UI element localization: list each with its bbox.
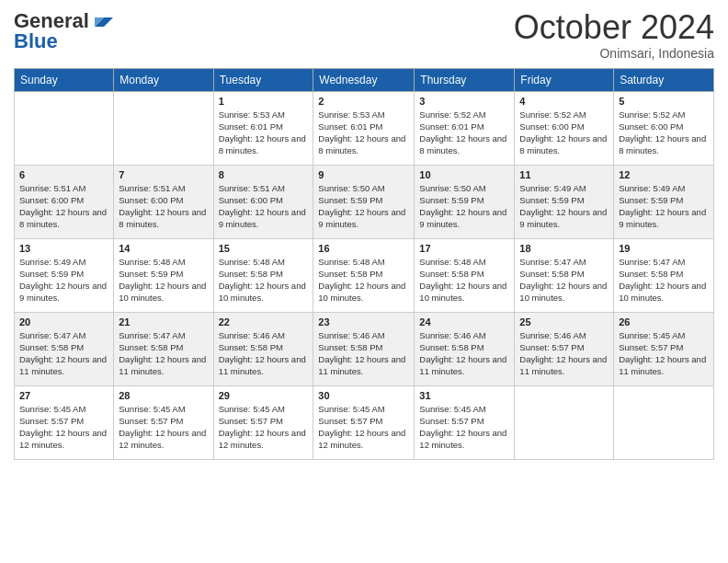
calendar-cell: 28Sunrise: 5:45 AMSunset: 5:57 PMDayligh… <box>114 385 213 459</box>
day-number: 23 <box>318 316 409 327</box>
day-number: 15 <box>219 243 309 254</box>
day-info: Sunrise: 5:48 AMSunset: 5:58 PMDaylight:… <box>419 256 509 304</box>
col-header-sunday: Sunday <box>15 68 114 91</box>
calendar-cell: 18Sunrise: 5:47 AMSunset: 5:58 PMDayligh… <box>515 238 614 312</box>
day-info: Sunrise: 5:49 AMSunset: 5:59 PMDaylight:… <box>519 182 609 231</box>
day-number: 27 <box>19 390 108 401</box>
day-info: Sunrise: 5:46 AMSunset: 5:57 PMDaylight:… <box>519 329 609 378</box>
day-number: 5 <box>619 96 709 107</box>
day-number: 26 <box>619 316 709 327</box>
day-info: Sunrise: 5:48 AMSunset: 5:58 PMDaylight:… <box>219 256 309 304</box>
day-info: Sunrise: 5:50 AMSunset: 5:59 PMDaylight:… <box>419 182 509 231</box>
calendar-cell: 30Sunrise: 5:45 AMSunset: 5:57 PMDayligh… <box>313 385 415 459</box>
logo: General Blue <box>14 9 113 53</box>
calendar-week-2: 6Sunrise: 5:51 AMSunset: 6:00 PMDaylight… <box>15 165 714 238</box>
calendar-cell <box>114 91 213 165</box>
day-info: Sunrise: 5:45 AMSunset: 5:57 PMDaylight:… <box>19 403 108 452</box>
day-info: Sunrise: 5:51 AMSunset: 6:00 PMDaylight:… <box>219 182 309 231</box>
calendar-cell: 19Sunrise: 5:47 AMSunset: 5:58 PMDayligh… <box>614 238 714 312</box>
calendar-cell: 31Sunrise: 5:45 AMSunset: 5:57 PMDayligh… <box>415 385 515 459</box>
calendar-table: SundayMondayTuesdayWednesdayThursdayFrid… <box>14 68 714 460</box>
day-number: 25 <box>519 316 609 327</box>
calendar-cell: 26Sunrise: 5:45 AMSunset: 5:57 PMDayligh… <box>614 312 714 385</box>
col-header-wednesday: Wednesday <box>313 68 415 91</box>
calendar-week-5: 27Sunrise: 5:45 AMSunset: 5:57 PMDayligh… <box>15 385 714 459</box>
day-info: Sunrise: 5:53 AMSunset: 6:01 PMDaylight:… <box>219 109 309 157</box>
day-number: 30 <box>318 390 409 401</box>
day-info: Sunrise: 5:45 AMSunset: 5:57 PMDaylight:… <box>619 329 709 378</box>
calendar-cell: 21Sunrise: 5:47 AMSunset: 5:58 PMDayligh… <box>114 312 213 385</box>
day-number: 18 <box>519 243 609 254</box>
day-info: Sunrise: 5:46 AMSunset: 5:58 PMDaylight:… <box>419 329 509 378</box>
day-number: 20 <box>19 316 108 327</box>
day-number: 12 <box>619 169 709 180</box>
month-title: October 2024 <box>514 9 714 46</box>
day-info: Sunrise: 5:49 AMSunset: 5:59 PMDaylight:… <box>619 182 709 231</box>
calendar-cell: 22Sunrise: 5:46 AMSunset: 5:58 PMDayligh… <box>213 312 313 385</box>
header: General Blue October 2024 Onimsari, Indo… <box>14 9 714 61</box>
title-block: October 2024 Onimsari, Indonesia <box>514 9 714 61</box>
day-info: Sunrise: 5:45 AMSunset: 5:57 PMDaylight:… <box>119 403 208 452</box>
logo-icon <box>91 10 113 32</box>
day-number: 24 <box>419 316 509 327</box>
day-number: 8 <box>219 169 309 180</box>
day-number: 17 <box>419 243 509 254</box>
day-number: 14 <box>119 243 208 254</box>
day-number: 19 <box>619 243 709 254</box>
calendar-week-1: 1Sunrise: 5:53 AMSunset: 6:01 PMDaylight… <box>15 91 714 165</box>
day-number: 29 <box>219 390 309 401</box>
calendar-cell: 25Sunrise: 5:46 AMSunset: 5:57 PMDayligh… <box>515 312 614 385</box>
logo-blue-text: Blue <box>14 29 58 53</box>
day-number: 4 <box>519 96 609 107</box>
calendar-cell: 17Sunrise: 5:48 AMSunset: 5:58 PMDayligh… <box>415 238 515 312</box>
day-info: Sunrise: 5:51 AMSunset: 6:00 PMDaylight:… <box>119 182 208 231</box>
col-header-thursday: Thursday <box>415 68 515 91</box>
day-number: 1 <box>219 96 309 107</box>
day-info: Sunrise: 5:45 AMSunset: 5:57 PMDaylight:… <box>318 403 409 452</box>
day-number: 7 <box>119 169 208 180</box>
day-number: 28 <box>119 390 208 401</box>
day-info: Sunrise: 5:52 AMSunset: 6:01 PMDaylight:… <box>419 109 509 157</box>
col-header-tuesday: Tuesday <box>213 68 313 91</box>
day-info: Sunrise: 5:48 AMSunset: 5:59 PMDaylight:… <box>119 256 208 304</box>
day-info: Sunrise: 5:46 AMSunset: 5:58 PMDaylight:… <box>318 329 409 378</box>
calendar-cell: 23Sunrise: 5:46 AMSunset: 5:58 PMDayligh… <box>313 312 415 385</box>
day-info: Sunrise: 5:51 AMSunset: 6:00 PMDaylight:… <box>19 182 108 231</box>
day-info: Sunrise: 5:47 AMSunset: 5:58 PMDaylight:… <box>19 329 108 378</box>
day-info: Sunrise: 5:52 AMSunset: 6:00 PMDaylight:… <box>519 109 609 157</box>
calendar-week-4: 20Sunrise: 5:47 AMSunset: 5:58 PMDayligh… <box>15 312 714 385</box>
day-info: Sunrise: 5:52 AMSunset: 6:00 PMDaylight:… <box>619 109 709 157</box>
day-number: 21 <box>119 316 208 327</box>
day-info: Sunrise: 5:47 AMSunset: 5:58 PMDaylight:… <box>519 256 609 304</box>
calendar-cell: 24Sunrise: 5:46 AMSunset: 5:58 PMDayligh… <box>415 312 515 385</box>
day-info: Sunrise: 5:45 AMSunset: 5:57 PMDaylight:… <box>219 403 309 452</box>
calendar-cell: 3Sunrise: 5:52 AMSunset: 6:01 PMDaylight… <box>415 91 515 165</box>
calendar-cell: 4Sunrise: 5:52 AMSunset: 6:00 PMDaylight… <box>515 91 614 165</box>
day-info: Sunrise: 5:46 AMSunset: 5:58 PMDaylight:… <box>219 329 309 378</box>
day-number: 9 <box>318 169 409 180</box>
page: General Blue October 2024 Onimsari, Indo… <box>0 0 728 563</box>
day-number: 16 <box>318 243 409 254</box>
calendar-cell: 15Sunrise: 5:48 AMSunset: 5:58 PMDayligh… <box>213 238 313 312</box>
calendar-cell: 27Sunrise: 5:45 AMSunset: 5:57 PMDayligh… <box>15 385 114 459</box>
calendar-cell: 9Sunrise: 5:50 AMSunset: 5:59 PMDaylight… <box>313 165 415 238</box>
calendar-cell: 6Sunrise: 5:51 AMSunset: 6:00 PMDaylight… <box>15 165 114 238</box>
day-number: 22 <box>219 316 309 327</box>
day-info: Sunrise: 5:48 AMSunset: 5:58 PMDaylight:… <box>318 256 409 304</box>
calendar-header-row: SundayMondayTuesdayWednesdayThursdayFrid… <box>15 68 714 91</box>
col-header-friday: Friday <box>515 68 614 91</box>
calendar-cell <box>515 385 614 459</box>
day-info: Sunrise: 5:49 AMSunset: 5:59 PMDaylight:… <box>19 256 108 304</box>
calendar-cell: 8Sunrise: 5:51 AMSunset: 6:00 PMDaylight… <box>213 165 313 238</box>
calendar-cell: 7Sunrise: 5:51 AMSunset: 6:00 PMDaylight… <box>114 165 213 238</box>
calendar-cell: 16Sunrise: 5:48 AMSunset: 5:58 PMDayligh… <box>313 238 415 312</box>
col-header-monday: Monday <box>114 68 213 91</box>
calendar-cell: 14Sunrise: 5:48 AMSunset: 5:59 PMDayligh… <box>114 238 213 312</box>
day-number: 31 <box>419 390 509 401</box>
col-header-saturday: Saturday <box>614 68 714 91</box>
calendar-week-3: 13Sunrise: 5:49 AMSunset: 5:59 PMDayligh… <box>15 238 714 312</box>
location: Onimsari, Indonesia <box>514 46 714 61</box>
calendar-cell: 11Sunrise: 5:49 AMSunset: 5:59 PMDayligh… <box>515 165 614 238</box>
day-number: 11 <box>519 169 609 180</box>
calendar-cell: 10Sunrise: 5:50 AMSunset: 5:59 PMDayligh… <box>415 165 515 238</box>
